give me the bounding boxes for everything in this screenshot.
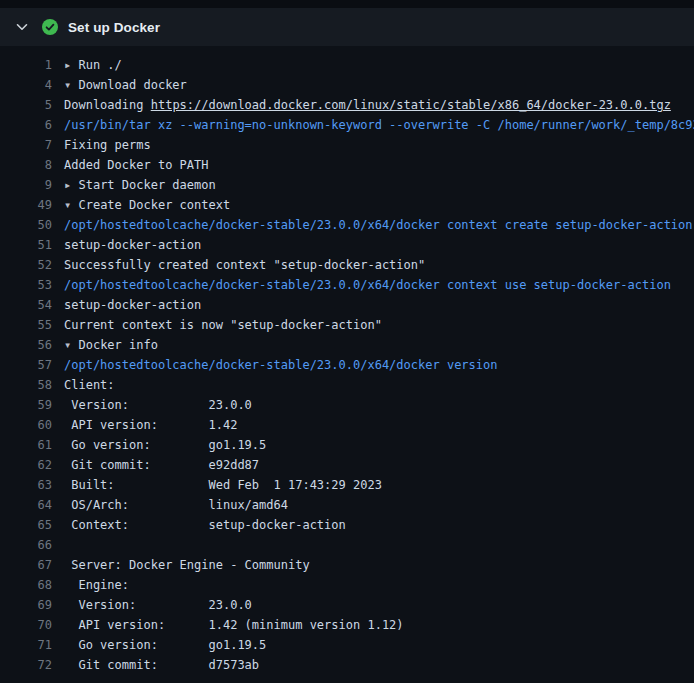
- line-number[interactable]: 9: [0, 175, 52, 195]
- line-number[interactable]: 67: [0, 555, 52, 575]
- line-number[interactable]: 55: [0, 315, 52, 335]
- command-text: /usr/bin/tar xz --warning=no-unknown-key…: [64, 118, 694, 132]
- line-number[interactable]: 7: [0, 135, 52, 155]
- line-number[interactable]: 6: [0, 115, 52, 135]
- line-number[interactable]: 64: [0, 495, 52, 515]
- actions-log-viewer: Set up Docker 1▸ Run ./4▾ Download docke…: [0, 0, 694, 683]
- line-text: Current context is now "setup-docker-act…: [64, 315, 382, 335]
- line-number[interactable]: 5: [0, 95, 52, 115]
- log-group-toggle[interactable]: ▾ Docker info: [64, 335, 158, 355]
- line-number[interactable]: 61: [0, 435, 52, 455]
- log-text: Go version: go1.19.5: [64, 638, 266, 652]
- line-number[interactable]: 58: [0, 375, 52, 395]
- line-number[interactable]: 53: [0, 275, 52, 295]
- group-arrow-icon: ▸: [64, 178, 78, 192]
- log-text: Create Docker context: [78, 198, 230, 212]
- log-line: 49▾ Create Docker context: [0, 195, 694, 215]
- log-line: 51setup-docker-action: [0, 235, 694, 255]
- log-text: Added Docker to PATH: [64, 158, 209, 172]
- log-line: 56▾ Docker info: [0, 335, 694, 355]
- log-text: Start Docker daemon: [78, 178, 215, 192]
- log-text: Current context is now "setup-docker-act…: [64, 318, 382, 332]
- line-text: /opt/hostedtoolcache/docker-stable/23.0.…: [64, 355, 497, 375]
- log-line: 58Client:: [0, 375, 694, 395]
- log-text: Built: Wed Feb 1 17:43:29 2023: [64, 478, 382, 492]
- log-text: Downloading: [64, 98, 151, 112]
- line-number[interactable]: 62: [0, 455, 52, 475]
- line-number[interactable]: 68: [0, 575, 52, 595]
- line-number[interactable]: 49: [0, 195, 52, 215]
- log-line: 62 Git commit: e92dd87: [0, 455, 694, 475]
- log-line: 69 Version: 23.0.0: [0, 595, 694, 615]
- log-line: 60 API version: 1.42: [0, 415, 694, 435]
- line-text: Client:: [64, 375, 115, 395]
- log-line: 9▸ Start Docker daemon: [0, 175, 694, 195]
- line-text: Version: 23.0.0: [64, 595, 252, 615]
- line-number[interactable]: 72: [0, 655, 52, 675]
- line-text: API version: 1.42: [64, 415, 237, 435]
- log-line: 7Fixing perms: [0, 135, 694, 155]
- log-text: Server: Docker Engine - Community: [64, 558, 310, 572]
- log-line: 61 Go version: go1.19.5: [0, 435, 694, 455]
- group-arrow-icon: ▸: [64, 58, 78, 72]
- line-text: setup-docker-action: [64, 295, 201, 315]
- chevron-down-icon[interactable]: [14, 19, 30, 35]
- line-text: OS/Arch: linux/amd64: [64, 495, 288, 515]
- line-number[interactable]: 54: [0, 295, 52, 315]
- log-group-toggle[interactable]: ▸ Start Docker daemon: [64, 175, 216, 195]
- log-line: 68 Engine:: [0, 575, 694, 595]
- line-number[interactable]: 59: [0, 395, 52, 415]
- log-line: 50/opt/hostedtoolcache/docker-stable/23.…: [0, 215, 694, 235]
- line-number[interactable]: 1: [0, 55, 52, 75]
- line-number[interactable]: 51: [0, 235, 52, 255]
- line-number[interactable]: 56: [0, 335, 52, 355]
- line-number[interactable]: 50: [0, 215, 52, 235]
- group-arrow-icon: ▾: [64, 198, 78, 212]
- line-number[interactable]: 66: [0, 535, 52, 555]
- line-number[interactable]: 71: [0, 635, 52, 655]
- log-group-toggle[interactable]: ▾ Create Docker context: [64, 195, 230, 215]
- log-line: 5Downloading https://download.docker.com…: [0, 95, 694, 115]
- line-number[interactable]: 4: [0, 75, 52, 95]
- log-text: Go version: go1.19.5: [64, 438, 266, 452]
- step-title: Set up Docker: [68, 20, 160, 35]
- log-text: Engine:: [64, 578, 129, 592]
- line-text: Context: setup-docker-action: [64, 515, 346, 535]
- log-text: Run ./: [78, 58, 121, 72]
- log-group-toggle[interactable]: ▾ Download docker: [64, 75, 187, 95]
- line-text: Git commit: d7573ab: [64, 655, 259, 675]
- check-circle-icon: [42, 19, 58, 35]
- line-text: Built: Wed Feb 1 17:43:29 2023: [64, 475, 382, 495]
- log-text: Git commit: e92dd87: [64, 458, 259, 472]
- command-text: /opt/hostedtoolcache/docker-stable/23.0.…: [64, 218, 693, 232]
- log-text: Version: 23.0.0: [64, 398, 252, 412]
- command-text: /opt/hostedtoolcache/docker-stable/23.0.…: [64, 358, 497, 372]
- log-line: 8Added Docker to PATH: [0, 155, 694, 175]
- log-group-toggle[interactable]: ▸ Run ./: [64, 55, 122, 75]
- log-line: 4▾ Download docker: [0, 75, 694, 95]
- log-text: Successfully created context "setup-dock…: [64, 258, 425, 272]
- line-text: Added Docker to PATH: [64, 155, 209, 175]
- log-text: setup-docker-action: [64, 238, 201, 252]
- line-number[interactable]: 65: [0, 515, 52, 535]
- line-number[interactable]: 8: [0, 155, 52, 175]
- log-link[interactable]: https://download.docker.com/linux/static…: [151, 98, 671, 112]
- line-number[interactable]: 60: [0, 415, 52, 435]
- line-number[interactable]: 57: [0, 355, 52, 375]
- log-line: 67 Server: Docker Engine - Community: [0, 555, 694, 575]
- line-number[interactable]: 70: [0, 615, 52, 635]
- log-text: Version: 23.0.0: [64, 598, 252, 612]
- line-text: Go version: go1.19.5: [64, 635, 266, 655]
- step-header[interactable]: Set up Docker: [0, 8, 694, 46]
- log-line: 64 OS/Arch: linux/amd64: [0, 495, 694, 515]
- log-line: 6/usr/bin/tar xz --warning=no-unknown-ke…: [0, 115, 694, 135]
- log-line: 57/opt/hostedtoolcache/docker-stable/23.…: [0, 355, 694, 375]
- line-number[interactable]: 69: [0, 595, 52, 615]
- log-line: 71 Go version: go1.19.5: [0, 635, 694, 655]
- log-text: Download docker: [78, 78, 186, 92]
- line-number[interactable]: 63: [0, 475, 52, 495]
- line-text: Downloading https://download.docker.com/…: [64, 95, 671, 115]
- line-number[interactable]: 52: [0, 255, 52, 275]
- log-line: 52Successfully created context "setup-do…: [0, 255, 694, 275]
- log-text: OS/Arch: linux/amd64: [64, 498, 288, 512]
